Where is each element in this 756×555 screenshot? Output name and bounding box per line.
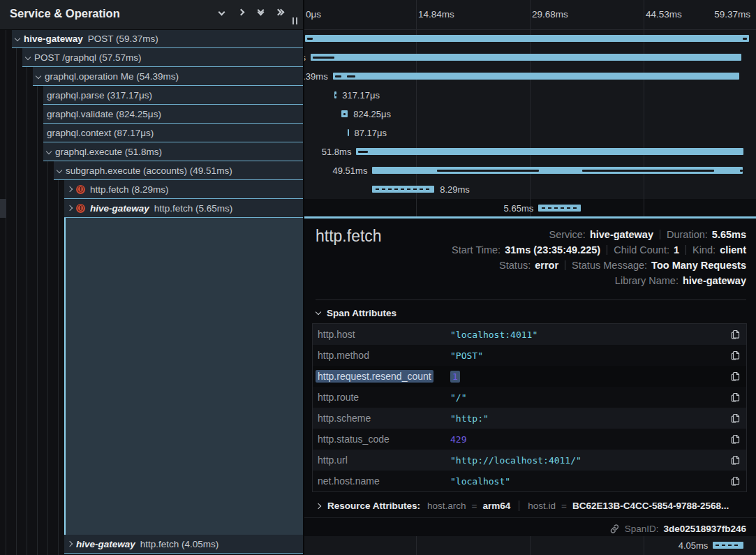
- copy-icon[interactable]: [726, 330, 744, 339]
- chevron-right-icon[interactable]: [67, 541, 73, 547]
- span-bar[interactable]: [333, 73, 740, 80]
- span-bar-detail: [335, 75, 341, 77]
- chevron-down-icon[interactable]: [46, 149, 52, 154]
- span-tree-panel: hive-gatewayPOST (59.37ms)POST /graphql …: [0, 0, 303, 555]
- attribute-row[interactable]: http.method"POST": [313, 345, 746, 366]
- span-attributes-header[interactable]: Span Attributes: [316, 308, 396, 318]
- span-bar[interactable]: [348, 129, 349, 136]
- chevron-right-icon[interactable]: [67, 205, 73, 211]
- resource-value: BC62E13B-C4CC-5854-9788-2568...: [572, 501, 729, 511]
- copy-icon[interactable]: [726, 371, 744, 381]
- span-label: POST /graphql (57.57ms): [34, 52, 142, 63]
- meta-item: Child Count:1: [614, 244, 679, 256]
- copy-icon[interactable]: [726, 434, 744, 444]
- span-bar-detail: [437, 170, 540, 172]
- span-bar[interactable]: [372, 167, 742, 174]
- tree-row[interactable]: POST /graphql (57.57ms): [22, 48, 303, 67]
- span-duration-label: 824.25μs: [353, 105, 391, 124]
- span-label: http.fetch (8.29ms): [90, 184, 169, 195]
- copy-icon[interactable]: [726, 455, 744, 465]
- tree-row[interactable]: hive-gatewayhttp.fetch (4.05ms): [64, 535, 303, 554]
- span-duration-label: 8.29ms: [440, 180, 470, 199]
- attribute-value: "http:": [450, 413, 726, 424]
- tree-row[interactable]: hive-gatewayhttp.fetch (5.65ms): [64, 199, 303, 218]
- span-bar[interactable]: [334, 91, 336, 98]
- attribute-row[interactable]: http.request.resend_count1: [313, 366, 746, 387]
- span-bar[interactable]: [372, 186, 434, 193]
- meta-label: Status Message:: [572, 260, 647, 271]
- tree-row[interactable]: http.fetch (8.29ms): [64, 180, 303, 199]
- meta-item: Duration:5.65ms: [667, 229, 746, 240]
- axis-tick-label: 0μs: [306, 9, 321, 20]
- chevron-down-icon[interactable]: [15, 36, 20, 41]
- indent-guide: [27, 29, 27, 555]
- chevrons-down-icon[interactable]: [258, 10, 263, 15]
- divider: [660, 230, 660, 239]
- tree-row[interactable]: graphql.validate (824.25μs): [43, 105, 303, 124]
- error-status-icon: [76, 204, 85, 213]
- span-bar[interactable]: [311, 54, 741, 61]
- tree-row[interactable]: graphql.execute (51.8ms): [43, 142, 303, 161]
- span-bar[interactable]: [356, 148, 743, 155]
- attribute-value: "http://localhost:4011/": [450, 455, 726, 466]
- tree-row[interactable]: graphql.operation Me (54.39ms): [33, 67, 303, 86]
- chevron-down-icon[interactable]: [25, 54, 31, 60]
- tree-row[interactable]: hive-gatewayPOST (59.37ms): [12, 29, 303, 48]
- attribute-row[interactable]: http.host"localhost:4011": [313, 324, 746, 345]
- attribute-row[interactable]: http.scheme"http:": [313, 408, 746, 429]
- meta-item: Library Name:hive-gateway: [615, 275, 746, 286]
- span-id-label: SpanID:: [625, 524, 659, 534]
- span-bar-detail: [542, 207, 578, 209]
- span-duration-label: 51.8ms: [303, 142, 351, 161]
- resource-attributes-row[interactable]: Resource Attributes: host.arch=arm64host…: [316, 501, 729, 511]
- meta-line: Status:errorStatus Message:Too Many Requ…: [499, 258, 746, 273]
- span-label: http.fetch (5.65ms): [154, 203, 233, 214]
- link-icon[interactable]: [609, 524, 620, 534]
- resource-value: arm64: [482, 501, 510, 511]
- meta-label: Service:: [549, 229, 586, 240]
- chevron-down-icon[interactable]: [57, 168, 62, 173]
- span-bar-detail: [307, 38, 313, 40]
- copy-icon[interactable]: [726, 392, 744, 402]
- attribute-value: "localhost:4011": [450, 330, 726, 340]
- chevron-right-icon: [316, 503, 321, 508]
- axis-tick-label: 44.53ms: [646, 9, 682, 20]
- attribute-row[interactable]: http.status_code429: [313, 429, 746, 450]
- span-bar[interactable]: [713, 542, 743, 549]
- tree-row[interactable]: subgraph.execute (accounts) (49.51ms): [54, 161, 303, 180]
- selected-text: http.request.resend_count: [316, 370, 433, 383]
- tree-row[interactable]: graphql.context (87.17μs): [43, 124, 303, 142]
- attribute-row[interactable]: http.url"http://localhost:4011/": [313, 450, 746, 471]
- chevron-down-icon[interactable]: [219, 10, 224, 15]
- error-status-icon: [76, 185, 85, 194]
- meta-value: 5.65ms: [712, 229, 746, 240]
- attribute-row[interactable]: net.host.name"localhost": [313, 471, 746, 491]
- chevron-right-icon[interactable]: [67, 186, 73, 192]
- chevrons-right-icon[interactable]: [278, 10, 283, 15]
- indent-guide: [6, 29, 6, 555]
- span-bar-detail: [743, 38, 747, 40]
- axis-tick-label: 59.37ms: [714, 9, 750, 20]
- tree-row[interactable]: graphql.parse (317.17μs): [43, 86, 303, 105]
- copy-icon[interactable]: [726, 350, 744, 360]
- attribute-key: http.status_code: [313, 434, 450, 445]
- attribute-row[interactable]: http.route"/": [313, 387, 746, 408]
- meta-line: Service:hive-gatewayDuration:5.65ms: [549, 227, 747, 242]
- meta-item: Kind:client: [692, 244, 746, 256]
- equals-sign: =: [471, 501, 478, 511]
- meta-value: Too Many Requests: [651, 260, 746, 271]
- attribute-key: http.scheme: [313, 413, 450, 424]
- chevron-right-icon[interactable]: [239, 10, 244, 15]
- chevron-down-icon[interactable]: [36, 73, 41, 79]
- span-duration-label: 49.51ms: [303, 161, 367, 180]
- service-name: hive-gateway: [76, 539, 135, 549]
- copy-icon[interactable]: [726, 413, 744, 423]
- span-bar[interactable]: [538, 205, 581, 212]
- span-bar[interactable]: [341, 110, 348, 117]
- span-label: graphql.parse (317.17μs): [47, 90, 152, 101]
- span-id-row: SpanID: 3de02518937fb246: [609, 524, 746, 534]
- meta-line: Library Name:hive-gateway: [615, 273, 746, 288]
- panel-resize-handle[interactable]: [292, 17, 297, 24]
- span-bar[interactable]: [305, 35, 749, 42]
- copy-icon[interactable]: [726, 476, 744, 486]
